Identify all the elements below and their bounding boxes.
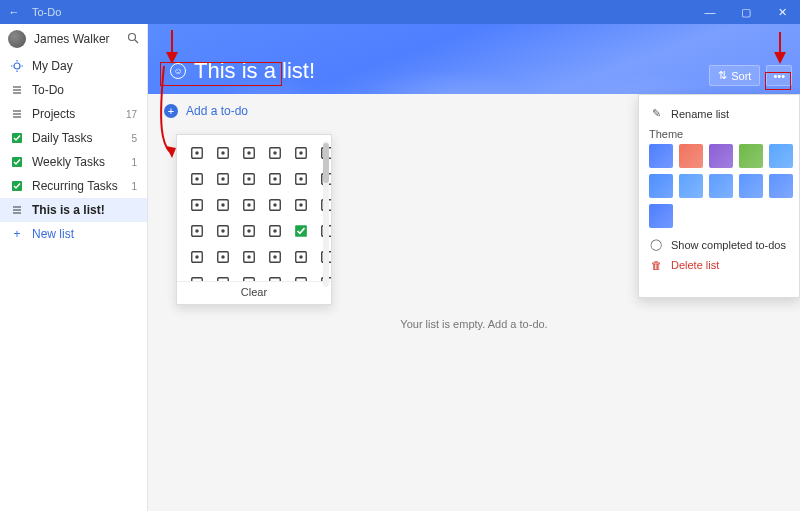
bookmark-icon[interactable] [291,247,311,267]
list-hero: ☺ This is a list! ⇅ Sort ••• [148,24,800,94]
svg-point-58 [221,229,225,233]
theme-swatch-8[interactable] [739,174,763,198]
check-icon[interactable] [291,221,311,241]
book-icon[interactable] [291,195,311,215]
svg-point-75 [299,255,303,259]
theme-swatch-5[interactable] [649,174,673,198]
show-completed-item[interactable]: ◯ Show completed to-dos [649,234,789,255]
sun-icon [10,60,24,72]
icon-picker-clear-button[interactable]: Clear [177,281,331,304]
house-icon[interactable] [265,169,285,189]
svg-point-62 [273,229,277,233]
box-icon[interactable] [265,221,285,241]
svg-point-56 [195,229,199,233]
svg-line-1 [135,40,138,43]
icon-picker-scrollbar[interactable] [323,141,329,287]
sidebar-item-to-do[interactable]: To-Do [0,78,147,102]
avatar [8,30,26,48]
add-icon: + [164,104,178,118]
sidebar-item-my-day[interactable]: My Day [0,54,147,78]
search-icon[interactable] [127,32,139,47]
list-emoji-picker-button[interactable]: ☺ [170,63,186,79]
calendar-icon[interactable] [239,247,259,267]
theme-swatches [649,144,789,228]
monitor-icon[interactable] [213,247,233,267]
briefcase-icon[interactable] [187,195,207,215]
theme-swatch-1[interactable] [679,144,703,168]
theme-swatch-4[interactable] [769,144,793,168]
flag-icon[interactable] [291,273,311,281]
sidebar-item-label: Weekly Tasks [32,155,105,169]
music-icon[interactable] [265,247,285,267]
sidebar-item-daily-tasks[interactable]: Daily Tasks5 [0,126,147,150]
backpack-icon[interactable] [213,195,233,215]
sidebar-item-label: This is a list! [32,203,105,217]
svg-point-69 [221,255,225,259]
profile-name: James Walker [34,32,110,46]
app-title: To-Do [28,6,692,18]
svg-point-24 [247,151,251,155]
theme-swatch-7[interactable] [709,174,733,198]
svg-point-2 [14,63,20,69]
clock-icon[interactable] [265,273,285,281]
sort-icon: ⇅ [718,69,727,82]
clipboard-icon[interactable] [213,143,233,163]
theme-swatch-10[interactable] [649,204,673,228]
pot-icon[interactable] [239,195,259,215]
diary-icon[interactable] [187,247,207,267]
sort-button[interactable]: ⇅ Sort [709,65,760,86]
theme-swatch-9[interactable] [769,174,793,198]
svg-point-40 [299,177,303,181]
back-button[interactable]: ← [0,6,28,18]
coffee-icon[interactable] [239,221,259,241]
show-completed-label: Show completed to-dos [671,239,786,251]
camera-icon[interactable] [187,169,207,189]
svg-point-60 [247,229,251,233]
svg-point-52 [299,203,303,207]
list-icon [10,204,24,216]
sidebar-item-recurring-tasks[interactable]: Recurring Tasks1 [0,174,147,198]
sidebar-item-count: 17 [126,109,137,120]
purse-icon[interactable] [213,221,233,241]
cabinet-icon[interactable] [187,221,207,241]
sidebar-item-label: Recurring Tasks [32,179,118,193]
rename-list-item[interactable]: ✎ Rename list [649,103,789,124]
cup-icon[interactable] [239,169,259,189]
sidebar-item-this-is-a-list-[interactable]: This is a list! [0,198,147,222]
close-button[interactable]: ✕ [764,0,800,24]
cloud-icon[interactable] [239,143,259,163]
pencil-icon[interactable] [291,143,311,163]
theme-swatch-6[interactable] [679,174,703,198]
more-options-button[interactable]: ••• [766,65,792,86]
titlebar: ← To-Do — ▢ ✕ [0,0,800,24]
plane-icon[interactable] [265,195,285,215]
minimize-button[interactable]: — [692,0,728,24]
svg-point-48 [247,203,251,207]
svg-point-0 [129,33,136,40]
maximize-button[interactable]: ▢ [728,0,764,24]
window-icon[interactable] [239,273,259,281]
leaf-icon[interactable] [291,169,311,189]
new-list-label: New list [32,227,74,241]
safe-icon[interactable] [187,273,207,281]
sort-label: Sort [731,70,751,82]
sheet-icon[interactable] [213,273,233,281]
theme-swatch-0[interactable] [649,144,673,168]
hanger-icon[interactable] [265,143,285,163]
add-todo-placeholder: Add a to-do [186,104,248,118]
icon-picker-popup: Clear [176,134,332,305]
theme-swatch-2[interactable] [709,144,733,168]
pencil-icon: ✎ [649,107,663,120]
sidebar-item-label: Daily Tasks [32,131,92,145]
delete-list-item[interactable]: 🗑 Delete list [649,255,789,275]
new-list-button[interactable]: + New list [0,222,147,246]
sidebar-item-weekly-tasks[interactable]: Weekly Tasks1 [0,150,147,174]
sidebar-item-projects[interactable]: Projects17 [0,102,147,126]
trash-icon[interactable] [187,143,207,163]
theme-swatch-3[interactable] [739,144,763,168]
svg-point-22 [221,151,225,155]
list-title[interactable]: This is a list! [194,58,315,84]
handset-icon[interactable] [213,169,233,189]
profile-row[interactable]: James Walker [0,24,147,54]
list-options-menu: ✎ Rename list Theme ◯ Show completed to-… [638,94,800,298]
